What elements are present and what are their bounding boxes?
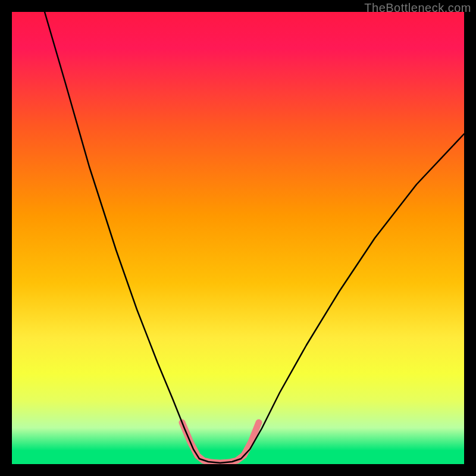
chart-container: TheBottleneck.com bbox=[0, 0, 476, 476]
plot-area bbox=[12, 12, 464, 464]
highlight-segment bbox=[182, 422, 259, 463]
curve-svg bbox=[12, 12, 464, 464]
v-curve bbox=[45, 12, 464, 463]
